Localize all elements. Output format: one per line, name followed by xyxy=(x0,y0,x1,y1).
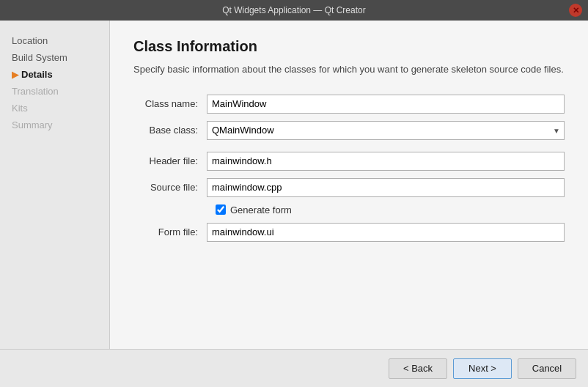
generate-form-checkbox[interactable] xyxy=(216,204,226,215)
back-button[interactable]: < Back xyxy=(389,358,447,379)
base-class-label: Base class: xyxy=(133,125,207,136)
header-file-label: Header file: xyxy=(133,155,207,166)
base-class-select[interactable]: QMainWindow QDialog QWidget xyxy=(207,121,565,140)
sidebar-item-location[interactable]: Location xyxy=(0,32,109,49)
source-file-row: Source file: xyxy=(133,178,565,197)
source-file-label: Source file: xyxy=(133,182,207,193)
form-file-label: Form file: xyxy=(133,226,207,237)
sidebar-item-translation-label: Translation xyxy=(12,86,59,97)
source-file-input[interactable] xyxy=(207,178,565,197)
form-file-input[interactable] xyxy=(207,223,565,242)
page-description: Specify basic information about the clas… xyxy=(133,62,565,77)
title-bar: Qt Widgets Application — Qt Creator ✕ xyxy=(0,0,588,21)
sidebar-item-details[interactable]: ▶ Details xyxy=(0,66,109,83)
form-file-row: Form file: xyxy=(133,223,565,242)
sidebar-item-location-label: Location xyxy=(12,35,48,46)
sidebar-item-summary: Summary xyxy=(0,117,109,133)
active-arrow-icon: ▶ xyxy=(12,70,18,80)
class-name-row: Class name: xyxy=(133,95,565,114)
next-button[interactable]: Next > xyxy=(453,358,512,379)
window-title: Qt Widgets Application — Qt Creator xyxy=(19,5,569,15)
sidebar: Location Build System ▶ Details Translat… xyxy=(0,21,110,349)
sidebar-item-kits-label: Kits xyxy=(12,103,28,114)
sidebar-item-details-label: Details xyxy=(21,69,53,80)
dialog-body: Location Build System ▶ Details Translat… xyxy=(0,21,588,349)
dialog: Location Build System ▶ Details Translat… xyxy=(0,21,588,387)
sidebar-item-summary-label: Summary xyxy=(12,119,53,130)
cancel-button[interactable]: Cancel xyxy=(518,358,576,379)
sidebar-item-build-system[interactable]: Build System xyxy=(0,49,109,66)
generate-form-row: Generate form xyxy=(216,204,565,215)
content-area: Class Information Specify basic informat… xyxy=(110,21,588,349)
sidebar-item-build-system-label: Build System xyxy=(12,52,67,63)
base-class-row: Base class: QMainWindow QDialog QWidget … xyxy=(133,121,565,140)
header-file-input[interactable] xyxy=(207,152,565,171)
class-name-label: Class name: xyxy=(133,98,207,109)
sidebar-item-translation: Translation xyxy=(0,83,109,100)
page-title: Class Information xyxy=(133,38,565,55)
class-name-input[interactable] xyxy=(207,95,565,114)
footer: < Back Next > Cancel xyxy=(0,349,588,387)
header-file-row: Header file: xyxy=(133,152,565,171)
generate-form-label[interactable]: Generate form xyxy=(230,204,292,215)
close-button[interactable]: ✕ xyxy=(569,4,582,17)
sidebar-item-kits: Kits xyxy=(0,100,109,117)
base-class-select-wrapper: QMainWindow QDialog QWidget ▼ xyxy=(207,121,565,140)
